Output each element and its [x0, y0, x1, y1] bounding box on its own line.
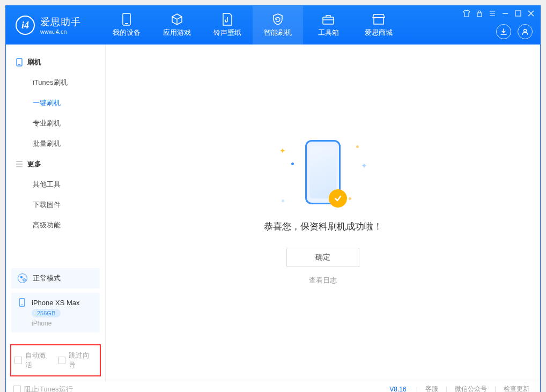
checkbox-auto-activate[interactable]: 自动激活 — [14, 351, 53, 370]
device-name: iPhone XS Max — [32, 299, 80, 307]
nav-tab-store[interactable]: 爱思商城 — [353, 6, 404, 45]
separator: | — [416, 386, 418, 393]
mode-card[interactable]: 正常模式 — [11, 268, 100, 289]
nav-tab-apps[interactable]: 应用游戏 — [152, 6, 202, 45]
footer-link-support[interactable]: 客服 — [422, 384, 441, 392]
sidebar-item-label: 高级功能 — [33, 221, 61, 229]
footer-link-label: 检查更新 — [504, 385, 529, 392]
maximize-button[interactable] — [513, 9, 523, 18]
phone-icon — [18, 298, 26, 307]
checkbox-icon[interactable] — [58, 357, 66, 364]
checkbox-icon[interactable] — [14, 357, 22, 364]
main-content: ✦ ✦ 恭喜您，保资料刷机成功啦！ 确定 查看日志 — [106, 45, 540, 381]
device-type: iPhone — [32, 320, 51, 327]
sidebar-item-label: 专业刷机 — [33, 119, 61, 127]
device-card[interactable]: iPhone XS Max 256GB iPhone — [11, 293, 100, 332]
footer-link-wechat[interactable]: 微信公众号 — [452, 384, 490, 392]
separator: | — [446, 386, 447, 393]
svg-rect-8 — [18, 64, 20, 65]
sidebar-group-flash: 刷机 — [6, 52, 105, 72]
window-controls — [462, 9, 536, 18]
sidebar-item-oneclick-flash[interactable]: 一键刷机 — [6, 93, 105, 113]
svg-rect-3 — [374, 18, 383, 24]
logo-block: i4 爱思助手 www.i4.cn — [6, 6, 91, 45]
shield-refresh-icon — [271, 13, 284, 26]
topbar: i4 爱思助手 www.i4.cn 我的设备 应用游戏 — [6, 6, 540, 45]
dot-icon — [356, 145, 359, 148]
sparkle-icon: ✦ — [279, 146, 286, 155]
nav-label: 爱思商城 — [365, 28, 393, 38]
device-icon — [122, 13, 131, 26]
close-button[interactable] — [526, 9, 536, 18]
body: 刷机 iTunes刷机 一键刷机 专业刷机 批量刷机 更多 其他工具 下载固件 … — [6, 45, 540, 381]
sidebar-item-pro-flash[interactable]: 专业刷机 — [6, 113, 105, 134]
nav-tab-ringtones[interactable]: 铃声壁纸 — [202, 6, 253, 45]
dot-icon — [282, 199, 284, 202]
sidebar-item-batch-flash[interactable]: 批量刷机 — [6, 134, 105, 154]
store-icon — [372, 13, 385, 26]
logo-icon: i4 — [16, 16, 35, 35]
checkbox-label: 自动激活 — [25, 351, 53, 370]
sidebar-scroll[interactable]: 刷机 iTunes刷机 一键刷机 专业刷机 批量刷机 更多 其他工具 下载固件 … — [6, 45, 105, 265]
nav-label: 智能刷机 — [264, 28, 292, 38]
success-message: 恭喜您，保资料刷机成功啦！ — [264, 220, 382, 233]
menu-icon[interactable] — [488, 9, 497, 18]
sidebar-item-download-firmware[interactable]: 下载固件 — [6, 195, 105, 215]
mode-icon — [18, 273, 27, 283]
version-label: V8.16 — [389, 386, 406, 393]
minimize-button[interactable] — [500, 9, 510, 18]
brand-url: www.i4.cn — [40, 28, 81, 35]
nav-tab-flash[interactable]: 智能刷机 — [253, 6, 303, 45]
nav-label: 工具箱 — [318, 28, 339, 38]
device-capacity-badge: 256GB — [32, 309, 61, 317]
sidebar-item-advanced[interactable]: 高级功能 — [6, 215, 105, 235]
profile-button[interactable] — [518, 24, 533, 39]
sidebar-highlight-box: 自动激活 跳过向导 — [10, 344, 101, 376]
checkbox-label: 跳过向导 — [69, 351, 97, 370]
check-badge-icon — [329, 189, 347, 208]
footer-link-update[interactable]: 检查更新 — [500, 384, 533, 392]
lock-icon[interactable] — [475, 9, 484, 18]
svg-point-9 — [20, 276, 23, 278]
success-illustration: ✦ ✦ — [305, 140, 341, 204]
ok-button-label: 确定 — [315, 253, 330, 261]
nav-label: 我的设备 — [113, 28, 141, 38]
checkbox-icon[interactable] — [13, 386, 21, 393]
footer-link-label: 微信公众号 — [455, 385, 487, 392]
sidebar-item-label: 一键刷机 — [33, 99, 61, 107]
sidebar-item-label: 批量刷机 — [33, 139, 61, 147]
checkbox-label: 阻止iTunes运行 — [24, 384, 73, 393]
svg-rect-12 — [21, 305, 23, 305]
svg-point-6 — [524, 29, 527, 32]
nav-tab-toolbox[interactable]: 工具箱 — [303, 6, 353, 45]
footer: 阻止iTunes运行 V8.16 | 客服 | 微信公众号 | 检查更新 — [6, 381, 540, 392]
checkbox-skip-wizard[interactable]: 跳过向导 — [58, 351, 97, 370]
nav-label: 应用游戏 — [163, 28, 191, 38]
svg-rect-2 — [323, 17, 334, 24]
toolbox-icon — [322, 13, 335, 26]
separator: | — [495, 386, 496, 393]
sidebar-item-label: 其他工具 — [33, 180, 61, 188]
logo-text: 爱思助手 www.i4.cn — [40, 16, 81, 35]
nav-tab-device[interactable]: 我的设备 — [101, 6, 152, 45]
sidebar-item-label: iTunes刷机 — [33, 78, 68, 86]
ok-button[interactable]: 确定 — [286, 248, 359, 267]
nav-label: 铃声壁纸 — [213, 28, 241, 38]
tshirt-icon[interactable] — [462, 9, 471, 18]
svg-point-10 — [23, 279, 25, 281]
mode-label: 正常模式 — [33, 273, 61, 283]
sidebar-item-other-tools[interactable]: 其他工具 — [6, 174, 105, 195]
view-log-link[interactable]: 查看日志 — [309, 276, 337, 285]
checkbox-stop-itunes[interactable]: 阻止iTunes运行 — [13, 384, 73, 393]
cube-icon — [171, 13, 183, 26]
download-button[interactable] — [496, 24, 511, 39]
topbar-right-circles — [496, 24, 533, 39]
sidebar-item-itunes-flash[interactable]: iTunes刷机 — [6, 72, 105, 93]
sidebar: 刷机 iTunes刷机 一键刷机 专业刷机 批量刷机 更多 其他工具 下载固件 … — [6, 45, 106, 381]
svg-rect-5 — [515, 11, 521, 16]
app-window: i4 爱思助手 www.i4.cn 我的设备 应用游戏 — [5, 5, 541, 392]
sidebar-item-label: 下载固件 — [33, 201, 61, 209]
sidebar-group-label: 刷机 — [27, 57, 41, 67]
music-file-icon — [222, 13, 233, 26]
dot-icon — [349, 197, 351, 200]
